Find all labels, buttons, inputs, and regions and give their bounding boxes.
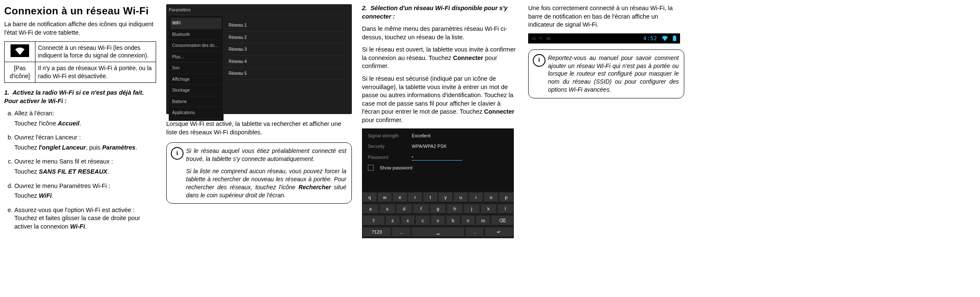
clock-text: 4:52 (643, 35, 657, 42)
svg-rect-0 (673, 36, 676, 41)
info-note-2: i Reportez-vous au manuel pour savoir co… (528, 49, 684, 98)
network-row: Réseau 5 (227, 68, 346, 80)
screenshot-title: Paramètres (169, 7, 191, 13)
home-icon: ○ (539, 35, 542, 41)
info-icon: i (533, 54, 545, 67)
sidebar-item: Applications (170, 107, 221, 119)
step1-b: Ouvrez l'écran Lanceur : Touchez l'ongle… (14, 134, 156, 152)
sidebar-item: Batterie (170, 96, 221, 108)
status-noicon-label: [Pas d'icône] (5, 62, 35, 83)
page-title: Connexion à un réseau Wi-Fi (4, 4, 156, 18)
keyboard-screenshot: Signal strengthExcellent SecurityWPA/WPA… (362, 128, 514, 238)
svg-rect-1 (674, 35, 675, 36)
sidebar-item: WiFi (170, 18, 221, 29)
network-row: Réseau 3 (227, 44, 346, 56)
col2-para: Lorsque Wi-Fi est activé, la tablette va… (166, 120, 352, 136)
step1-sublist: Allez à l'écran: Touchez l'icône Accueil… (4, 109, 156, 231)
space-key: ␣ (412, 228, 464, 238)
enter-key-icon: ↵ (485, 228, 513, 238)
intro-text: La barre de notification affiche des icô… (4, 20, 156, 37)
step1-lead: 1. Activez la radio Wi-Fi si ce n'est pa… (4, 89, 156, 105)
sidebar-item: Plus... (170, 52, 221, 63)
step1-a: Allez à l'écran: Touchez l'icône Accueil… (14, 109, 156, 128)
shift-key-icon: ⇧ (363, 216, 384, 226)
key: q (363, 193, 376, 203)
col4-p1: Une fois correctement connecté à un rése… (528, 4, 684, 29)
info-icon: i (171, 147, 184, 160)
back-icon: ◁ (532, 35, 535, 41)
network-row: Réseau 4 (227, 56, 346, 68)
settings-sidebar: WiFi Bluetooth Consommation des données … (169, 16, 224, 121)
wifi-icon (11, 44, 29, 57)
step2-p1: Dans le même menu des paramètres réseau … (362, 25, 518, 41)
wifi-network-list: Réseau 1 Réseau 2 Réseau 3 Réseau 4 Rése… (224, 16, 349, 121)
settings-screenshot: Paramètres WiFi Bluetooth Consommation d… (166, 4, 352, 114)
checkbox-icon (368, 165, 374, 171)
sidebar-item: Consommation des données (170, 40, 221, 52)
sidebar-item: Affichage (170, 74, 221, 85)
wifi-status-table: Connecté à un réseau Wi-Fi (les ondes in… (4, 41, 156, 83)
step1-d: Ouvrez le menu Paramètres Wi-Fi : Touche… (14, 182, 156, 200)
info-note-1: i Si le réseau auquel vous étiez préalab… (166, 142, 352, 204)
sidebar-item: Stockage (170, 85, 221, 96)
step1-e: Assurez-vous que l'option Wi-Fi est acti… (14, 206, 156, 231)
wifi-signal-icon (661, 35, 668, 41)
sidebar-item: Bluetooth (170, 29, 221, 41)
backspace-key-icon: ⌫ (491, 216, 513, 226)
step1-c: Ouvrez le menu Sans fil et réseaux : Tou… (14, 158, 156, 176)
sidebar-item: Son (170, 63, 221, 74)
recents-icon: ▭ (546, 35, 551, 41)
step2-lead: 2. Sélection d'un réseau Wi-Fi disponibl… (362, 4, 518, 21)
network-row: Réseau 1 (227, 19, 346, 32)
status-connected-desc: Connecté à un réseau Wi-Fi (les ondes in… (35, 41, 156, 62)
step2-p2: Si le réseau est ouvert, la tablette vou… (362, 46, 518, 71)
step2-p3: Si le réseau est sécurisé (indiqué par u… (362, 75, 518, 124)
battery-icon (672, 35, 677, 41)
notification-bar: ◁ ○ ▭ 4:52 (528, 33, 680, 44)
status-noicon-desc: Il n'y a pas de réseaux Wi-Fi à portée, … (35, 62, 156, 83)
network-row: Réseau 2 (227, 32, 346, 44)
onscreen-keyboard: qwertyuiop asdfghjkl ⇧zxcvbnm⌫ ?123,␣.↵ (362, 192, 514, 238)
